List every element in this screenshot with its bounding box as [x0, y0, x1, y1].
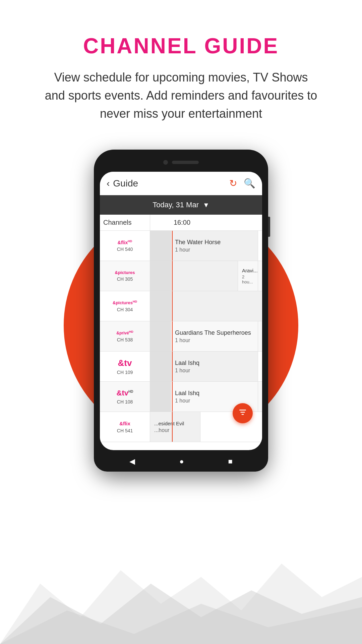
channel-logo-109: &tv: [118, 358, 132, 368]
bg-mountain: [0, 550, 362, 644]
phone-body: ‹ Guide ↻ 🔍 Today, 31 Mar ▼: [94, 150, 268, 472]
program-past-304[interactable]: [150, 291, 171, 321]
channel-row-305: &pictures CH 305 Aravi... 2 hou...: [100, 261, 262, 291]
page-subtitle: View schedule for upcoming movies, TV Sh…: [44, 68, 318, 123]
phone-mockup: ‹ Guide ↻ 🔍 Today, 31 Mar ▼: [0, 150, 362, 472]
time-header-row: Channels 16:00: [100, 215, 262, 231]
program-duration-resident-evil: ...hour: [154, 427, 196, 433]
channel-row-109: &tv CH 109 Laal Ishq 1 hour: [100, 352, 262, 382]
filter-icon: [238, 408, 247, 419]
time-16-00: 16:00: [170, 215, 194, 230]
date-bar[interactable]: Today, 31 Mar ▼: [100, 195, 262, 215]
program-laal-ishq-109[interactable]: Laal Ishq 1 hour: [171, 352, 258, 381]
program-duration-water-horse: 1 hour: [175, 247, 254, 253]
channel-row-540: &flixHD CH 540 The Water Horse 1: [100, 231, 262, 261]
channel-info-108[interactable]: &tvHD CH 108: [100, 382, 150, 412]
search-icon[interactable]: 🔍: [244, 178, 255, 189]
program-area-538: Guardians The Superheroes 1 hour: [150, 321, 262, 351]
channel-info-304[interactable]: &picturesHD CH 304: [100, 291, 150, 321]
program-past-109[interactable]: [150, 352, 171, 381]
time-indicator-109: [172, 352, 173, 381]
channel-info-541[interactable]: &flix CH 541: [100, 412, 150, 442]
channel-logo-540: &flixHD: [118, 239, 132, 245]
program-past-538[interactable]: [150, 321, 171, 351]
channel-logo-108: &tvHD: [117, 389, 133, 397]
program-water-horse[interactable]: The Water Horse 1 hour: [171, 231, 258, 261]
program-empty-305[interactable]: [171, 261, 238, 291]
app-header-left: ‹ Guide: [107, 178, 138, 189]
channel-row-538: &privéHD CH 538 Guardians The Superheroe…: [100, 321, 262, 352]
program-name-resident-evil: ...esident Evil: [154, 420, 196, 427]
phone-top-bar: [100, 156, 262, 169]
time-indicator-540: [172, 231, 173, 261]
phone-speaker: [172, 161, 199, 164]
channel-row-304: &picturesHD CH 304: [100, 291, 262, 321]
channel-info-305[interactable]: &pictures CH 305: [100, 261, 150, 291]
time-indicator-305: [172, 261, 173, 291]
channel-number-305: CH 305: [117, 276, 133, 282]
program-name-laal-ishq-108: Laal Ishq: [175, 389, 254, 397]
back-button[interactable]: ‹: [107, 178, 110, 189]
program-past-305[interactable]: [150, 261, 171, 291]
nav-back-button[interactable]: ◀: [129, 457, 135, 466]
volume-button: [268, 217, 270, 237]
channels-label: Channels: [100, 215, 150, 230]
program-area-304: [150, 291, 262, 321]
program-area-305: Aravi... 2 hou...: [150, 261, 262, 291]
bottom-nav: ◀ ● ■: [94, 451, 268, 472]
channel-number-108: CH 108: [117, 399, 133, 405]
time-indicator-304: [172, 291, 173, 321]
phone-screen: ‹ Guide ↻ 🔍 Today, 31 Mar ▼: [100, 172, 262, 450]
program-area-540: The Water Horse 1 hour: [150, 231, 262, 261]
front-camera: [163, 160, 168, 165]
channel-info-109[interactable]: &tv CH 109: [100, 352, 150, 381]
time-indicator-538: [172, 321, 173, 351]
channel-number-304: CH 304: [117, 307, 133, 312]
program-aravi[interactable]: Aravi... 2 hou...: [238, 261, 258, 291]
screen-content: ‹ Guide ↻ 🔍 Today, 31 Mar ▼: [100, 172, 262, 450]
channel-logo-538: &privéHD: [116, 330, 133, 335]
filter-fab-button[interactable]: [233, 403, 253, 423]
program-name-laal-ishq-109: Laal Ishq: [175, 359, 254, 367]
channel-number-109: CH 109: [117, 370, 133, 375]
page-title: CHANNEL GUIDE: [0, 34, 362, 58]
program-past-540[interactable]: [150, 231, 171, 261]
nav-home-button[interactable]: ●: [179, 457, 184, 466]
channel-info-538[interactable]: &privéHD CH 538: [100, 321, 150, 351]
date-label: Today, 31 Mar: [153, 201, 199, 209]
program-name-guardians: Guardians The Superheroes: [175, 329, 254, 337]
program-empty-304[interactable]: [171, 291, 261, 321]
program-duration-aravi: 2 hou...: [242, 274, 254, 284]
app-header-right: ↻ 🔍: [229, 178, 255, 189]
program-resident-evil[interactable]: ...esident Evil ...hour: [150, 412, 200, 442]
channel-number-541: CH 541: [117, 428, 133, 433]
channel-logo-304: &picturesHD: [113, 300, 137, 306]
chevron-down-icon: ▼: [203, 201, 209, 209]
header-section: CHANNEL GUIDE View schedule for upcoming…: [0, 0, 362, 136]
channel-logo-305: &pictures: [115, 270, 135, 275]
program-past-108[interactable]: [150, 382, 171, 412]
program-guardians[interactable]: Guardians The Superheroes 1 hour: [171, 321, 258, 351]
channel-number-540: CH 540: [117, 247, 133, 252]
nav-recent-button[interactable]: ■: [228, 457, 233, 466]
channel-info-540[interactable]: &flixHD CH 540: [100, 231, 150, 261]
program-name-water-horse: The Water Horse: [175, 238, 254, 246]
time-indicator-108: [172, 382, 173, 412]
program-name-aravi: Aravi...: [242, 267, 254, 274]
channel-number-538: CH 538: [117, 337, 133, 342]
time-spacer: [150, 215, 170, 230]
time-indicator-541: [172, 412, 173, 442]
app-header: ‹ Guide ↻ 🔍: [100, 172, 262, 195]
program-duration-guardians: 1 hour: [175, 337, 254, 343]
refresh-icon[interactable]: ↻: [229, 178, 237, 189]
channel-logo-541: &flix: [119, 421, 130, 427]
app-title: Guide: [113, 178, 138, 189]
program-duration-laal-ishq-109: 1 hour: [175, 368, 254, 374]
program-area-109: Laal Ishq 1 hour: [150, 352, 262, 381]
